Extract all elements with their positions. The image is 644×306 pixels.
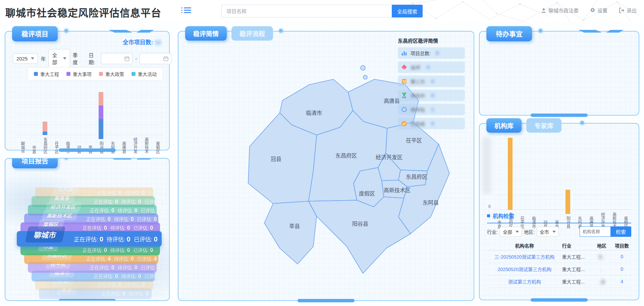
table-row[interactable]: 三-20250520测试第三方机构重大工程...东..0 bbox=[487, 251, 631, 263]
org-industry: 重大工程... bbox=[562, 253, 591, 260]
legend-item[interactable]: 重大事项 bbox=[66, 71, 92, 77]
report-row-region: 高新技术区 bbox=[42, 211, 78, 220]
org-name-link[interactable]: 20250520测试第三方机构 bbox=[487, 266, 562, 272]
stat-label: 已评估: bbox=[148, 282, 164, 288]
settings-button[interactable]: 设置 bbox=[590, 7, 607, 14]
industry-select[interactable]: 全部 bbox=[500, 227, 522, 237]
bar-segment bbox=[508, 138, 513, 210]
search-input[interactable] bbox=[221, 5, 392, 17]
stat-label: 待评估: bbox=[114, 217, 129, 222]
stat-value: 0 bbox=[165, 190, 168, 196]
panel-todo: 待办事宜 bbox=[479, 31, 639, 116]
chart-column: 市直 bbox=[28, 93, 40, 154]
district-stat-row: 自评:4 bbox=[398, 61, 465, 73]
map-tab-0[interactable]: 稳评简情 bbox=[185, 26, 227, 41]
district-stat-value: 0 bbox=[431, 93, 434, 98]
org-table: 机构名称行业地区项目数三-20250520测试第三方机构重大工程...东..02… bbox=[487, 241, 631, 288]
map-island bbox=[361, 65, 365, 70]
org-search-header: 机构检索 bbox=[487, 212, 631, 223]
table-row[interactable]: 测试第三方机构重大工程.....县4 bbox=[487, 275, 631, 288]
report-row[interactable]: 聊城市正在评估:0待评估:0已评估:0 bbox=[17, 231, 162, 247]
bar bbox=[554, 146, 559, 218]
map-region-label: 经济开发区 bbox=[376, 155, 402, 160]
quarter-select[interactable]: 全部 bbox=[48, 49, 70, 68]
region-select[interactable]: 全市 bbox=[537, 227, 559, 237]
bar bbox=[508, 138, 513, 210]
stat-label: 待评估: bbox=[118, 265, 133, 270]
date-label: 日期: bbox=[89, 51, 98, 65]
map-region-label: 东昌府区 bbox=[335, 153, 357, 159]
app-root: 聊城市社会稳定风险评估信息平台 全局搜索 聊城市政法委 设置 bbox=[0, 0, 644, 306]
bar-segment bbox=[43, 132, 47, 135]
district-stat-label: 项目总数: bbox=[411, 50, 431, 56]
stat-label: 正在评估: bbox=[94, 199, 114, 205]
report-row-region: 经济开发区 bbox=[45, 202, 82, 212]
org-region: 东.. bbox=[591, 253, 613, 260]
date-end-input[interactable] bbox=[140, 53, 171, 64]
table-row[interactable]: 20250520测试第三方机构重大工程.....0 bbox=[487, 263, 631, 275]
legend-swatch-icon bbox=[66, 72, 70, 76]
citywide-project-count: 全市项目数: 12 bbox=[123, 38, 161, 46]
bar bbox=[520, 142, 524, 214]
user-menu[interactable]: 聊城市政法委 bbox=[541, 7, 579, 14]
stat-value: 0 bbox=[142, 190, 145, 196]
stat-value: 4 bbox=[154, 256, 157, 262]
legend-item[interactable]: 重大工程 bbox=[34, 71, 59, 77]
bar bbox=[54, 89, 58, 139]
bar bbox=[132, 85, 137, 135]
stat-label: 正在评估: bbox=[97, 282, 117, 288]
stat-label: 已评估: bbox=[152, 291, 167, 297]
map-region-label: 东昌府区 bbox=[406, 174, 427, 180]
year-select[interactable]: 2025 bbox=[13, 53, 38, 64]
stat-label: 待评估: bbox=[125, 282, 141, 288]
calendar-icon bbox=[163, 56, 168, 61]
report-row-stats: 正在评估:0待评估:0已评估:0 bbox=[94, 273, 167, 279]
logout-button[interactable]: 退出 bbox=[619, 7, 637, 14]
district-stat-row: 第三方:4 bbox=[398, 76, 465, 87]
bar-segment bbox=[43, 122, 47, 132]
district-stat-value: 8 bbox=[436, 50, 439, 56]
bar bbox=[623, 142, 628, 214]
stat-label: 已评估: bbox=[145, 274, 160, 279]
chart-column: 东昌府区 bbox=[39, 85, 51, 154]
org-project-count: 0 bbox=[612, 254, 631, 259]
org-tab-0[interactable]: 机构库 bbox=[486, 118, 522, 133]
chart-column: 冠县 bbox=[73, 93, 85, 154]
legend-item[interactable]: 重大活动 bbox=[131, 71, 157, 77]
menu-icon[interactable] bbox=[181, 7, 191, 15]
bar-segment bbox=[99, 92, 103, 105]
report-row-stats: 正在评估:0待评估:0已评估:0 bbox=[97, 189, 170, 196]
date-start-input[interactable] bbox=[101, 53, 132, 64]
map-region[interactable] bbox=[264, 201, 317, 264]
org-tab-1[interactable]: 专家库 bbox=[526, 118, 561, 133]
map-tab-1[interactable]: 稳评流程 bbox=[231, 26, 273, 41]
bar bbox=[76, 93, 81, 143]
legend-label: 重大政策 bbox=[105, 71, 124, 77]
org-search-button[interactable]: 检索 bbox=[610, 226, 631, 237]
org-name-link[interactable]: 三-20250520测试第三方机构 bbox=[487, 253, 562, 260]
district-stat-value: 1 bbox=[431, 107, 434, 112]
stat-value: 4 bbox=[108, 256, 111, 262]
stat-label: 正在评估: bbox=[86, 217, 106, 222]
org-name-link[interactable]: 测试第三方机构 bbox=[487, 278, 562, 285]
stat-value: 0 bbox=[150, 247, 153, 253]
chart-column: 莘县 bbox=[84, 93, 96, 154]
map-region[interactable] bbox=[309, 197, 411, 273]
stat-label: 待评估: bbox=[107, 236, 125, 243]
global-search-button[interactable]: 全局搜索 bbox=[392, 5, 423, 17]
stat-value: 0 bbox=[104, 225, 107, 231]
bar bbox=[577, 142, 582, 214]
org-name-input[interactable] bbox=[580, 226, 610, 237]
stat-label: 待评估: bbox=[121, 199, 137, 205]
stat-value: 0 bbox=[127, 235, 130, 243]
x-axis-label: 高唐县 bbox=[121, 141, 126, 154]
bar bbox=[496, 146, 501, 218]
stat-label: 待评估: bbox=[118, 208, 133, 213]
stat-value: 0 bbox=[157, 208, 160, 213]
bar bbox=[531, 142, 536, 214]
bar bbox=[566, 142, 570, 214]
stat-label: 待评估: bbox=[110, 225, 126, 231]
district-stat-label: 自评: bbox=[411, 64, 421, 71]
stat-value: 0 bbox=[138, 199, 141, 205]
legend-item[interactable]: 重大政策 bbox=[99, 71, 124, 77]
